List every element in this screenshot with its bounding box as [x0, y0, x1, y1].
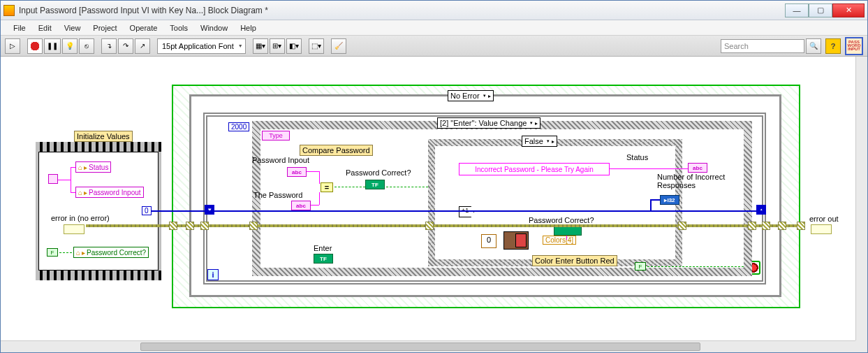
shift-register-left[interactable]: ▾: [205, 205, 214, 215]
highlight-exec-button[interactable]: 💡: [62, 38, 78, 54]
align-button[interactable]: ▦▾: [253, 38, 268, 54]
inner-pwd-correct-label: Password Correct?: [529, 216, 594, 224]
wire: [59, 252, 72, 253]
event-selector[interactable]: [2] "Enter": Value Change▾: [437, 117, 540, 129]
shift-register-right[interactable]: ▴: [756, 205, 766, 215]
false-constant-right[interactable]: F: [635, 262, 646, 271]
wire-blue-main: [152, 210, 766, 212]
propnode-password-correct[interactable]: ▸Password Correct?: [73, 247, 149, 258]
wire: [307, 171, 319, 172]
menu-window[interactable]: Window: [195, 22, 233, 34]
color-enter-red-comment: Color Enter Button Red: [532, 255, 617, 266]
equal-node[interactable]: =: [321, 182, 333, 192]
colors-property-label[interactable]: Colors[4]: [543, 236, 576, 245]
case-no-error-selector[interactable]: No Error▾: [448, 90, 494, 101]
error-tunnel: [186, 222, 194, 230]
run-button[interactable]: ▷: [5, 38, 20, 54]
menu-view[interactable]: View: [59, 22, 87, 34]
menu-help[interactable]: Help: [235, 22, 262, 34]
pause-button[interactable]: ❚❚: [44, 38, 61, 54]
case-no-error-label: No Error: [450, 92, 480, 100]
wire: [650, 199, 660, 201]
wire: [650, 199, 652, 210]
password-input-terminal[interactable]: abc: [287, 167, 307, 177]
maximize-button[interactable]: ▢: [809, 3, 832, 17]
wire: [71, 167, 75, 168]
font-selector[interactable]: 15pt Application Font: [157, 38, 246, 54]
app-window: Input Password [Password Input VI with K…: [0, 0, 868, 353]
wire: [610, 168, 688, 169]
error-in-terminal[interactable]: [64, 224, 84, 234]
resize-button[interactable]: ◧▾: [286, 38, 302, 54]
menu-operate[interactable]: Operate: [124, 22, 163, 34]
password-correct-q-label: Password Correct?: [346, 168, 411, 177]
cleanup-button[interactable]: 🧹: [331, 38, 346, 54]
wire: [647, 266, 744, 267]
incorrect-msg-constant[interactable]: Incorrect Password - Please Try Again: [459, 163, 610, 175]
search-icon[interactable]: 🔍: [806, 38, 821, 54]
wire: [566, 236, 567, 240]
num-incorrect-indicator[interactable]: ▸I32: [660, 195, 679, 205]
window-title: Input Password [Password Input VI with K…: [19, 6, 785, 15]
chevron-down-icon: ▾: [547, 138, 550, 144]
menu-file[interactable]: File: [8, 22, 31, 34]
event-data-type[interactable]: Type: [262, 131, 290, 141]
horizontal-scrollbar[interactable]: [1, 340, 855, 352]
step-out-button[interactable]: ↗: [135, 38, 150, 54]
wire: [311, 205, 319, 206]
propnode-password-input[interactable]: ▸Password Inpout: [75, 187, 144, 198]
chevron-down-icon: ▾: [483, 93, 486, 99]
error-tunnel: [778, 222, 786, 230]
error-out-label: error out: [809, 215, 839, 223]
error-out-terminal[interactable]: [811, 224, 832, 234]
wire: [58, 180, 71, 180]
menu-bar: File Edit View Project Operate Tools Win…: [1, 20, 867, 36]
context-help-button[interactable]: ?: [825, 38, 841, 54]
scroll-corner: [855, 340, 867, 352]
password-correct-indicator[interactable]: TF: [365, 180, 385, 189]
the-password-terminal[interactable]: abc: [291, 201, 311, 210]
status-indicator[interactable]: abc: [688, 163, 707, 173]
vertical-scrollbar[interactable]: [855, 57, 867, 340]
step-into-button[interactable]: ↴: [101, 38, 117, 54]
propnode-password-correct-label: Password Correct?: [87, 249, 146, 257]
error-tunnel: [200, 222, 209, 230]
reorder-button[interactable]: ⬚▾: [309, 38, 324, 54]
sr-init-zero[interactable]: 0: [142, 206, 152, 215]
app-icon: [3, 5, 15, 16]
propnode-status[interactable]: ▸Status: [75, 161, 111, 173]
timeout-constant[interactable]: 2000: [228, 122, 249, 131]
minimize-button[interactable]: —: [785, 3, 809, 17]
case-false-selector[interactable]: False▾: [522, 136, 557, 147]
class-constant[interactable]: [48, 174, 58, 184]
block-diagram-canvas[interactable]: Initialize Values ▸Status ▸Password Inpo…: [1, 57, 855, 340]
close-button[interactable]: ✕: [832, 3, 865, 17]
menu-tools[interactable]: Tools: [164, 22, 193, 34]
step-over-button[interactable]: ↷: [118, 38, 133, 54]
num-incorrect-label: Number of Incorrect Responses: [657, 173, 725, 189]
retain-wire-button[interactable]: ⎋: [79, 38, 94, 54]
menu-edit[interactable]: Edit: [33, 22, 57, 34]
wire: [319, 192, 320, 205]
vi-icon[interactable]: PASS WORD INPUT: [845, 37, 863, 55]
enter-terminal[interactable]: TF: [314, 254, 333, 264]
error-tunnel: [425, 222, 434, 230]
password-input-label: Password Inpout: [252, 156, 309, 164]
error-tunnel: [748, 222, 756, 230]
error-tunnel: [169, 222, 177, 230]
the-password-label: The Password: [253, 191, 302, 199]
wire: [386, 187, 428, 187]
inner-pwd-correct-ref[interactable]: [554, 226, 582, 236]
abort-button[interactable]: [27, 38, 43, 54]
wire: [334, 187, 365, 187]
color-cluster-node[interactable]: [503, 231, 529, 250]
false-constant-init[interactable]: F: [47, 248, 58, 257]
error-tunnel: [678, 222, 686, 230]
wire: [319, 171, 320, 184]
menu-project[interactable]: Project: [87, 22, 122, 34]
propnode-status-label: Status: [89, 164, 108, 171]
distribute-button[interactable]: ⊞▾: [270, 38, 285, 54]
search-input[interactable]: Search: [721, 39, 804, 53]
diagram-area: Initialize Values ▸Status ▸Password Inpo…: [1, 57, 867, 352]
title-bar[interactable]: Input Password [Password Input VI with K…: [1, 1, 867, 20]
